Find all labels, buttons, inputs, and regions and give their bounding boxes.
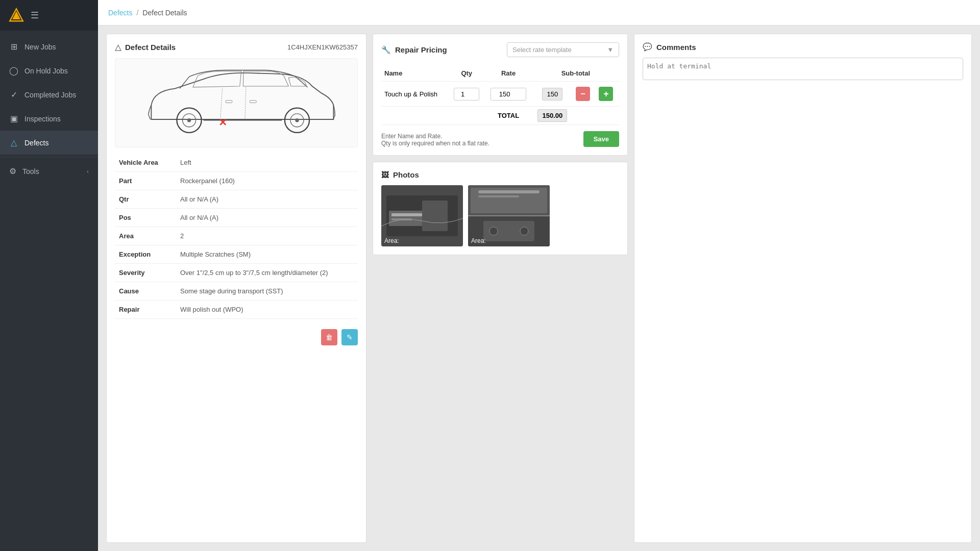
svg-rect-24 [478, 190, 540, 193]
table-row: Exception Multiple Scratches (SM) [115, 245, 358, 264]
breadcrumb-parent[interactable]: Defects [108, 9, 132, 17]
line-item-rate-cell [484, 82, 532, 107]
vehicle-id: 1C4HJXEN1KW625357 [287, 43, 358, 51]
table-row: Vehicle Area Left [115, 154, 358, 172]
panel-header: △ Defect Details 1C4HJXEN1KW625357 [115, 42, 358, 52]
rate-template-dropdown[interactable]: Select rate template ▼ [507, 42, 619, 57]
sidebar-tools-label: Tools [22, 167, 39, 176]
delete-button[interactable]: 🗑 [321, 329, 337, 345]
hamburger-icon[interactable]: ☰ [31, 10, 39, 21]
defect-details-panel: △ Defect Details 1C4HJXEN1KW625357 [106, 34, 366, 543]
sidebar-item-label: On Hold Jobs [24, 67, 68, 75]
sidebar-divider [0, 157, 98, 157]
field-label: Pos [115, 209, 176, 227]
total-value-cell: 150.00 [532, 107, 573, 125]
photos-title: 🖼 Photos [381, 170, 619, 179]
action-buttons: 🗑 ✎ [115, 325, 358, 345]
rate-input[interactable] [491, 88, 526, 101]
panel-title: △ Defect Details [115, 42, 176, 52]
chevron-left-icon: ‹ [87, 168, 89, 175]
content-area: △ Defect Details 1C4HJXEN1KW625357 [98, 26, 980, 551]
logo-icon [8, 7, 24, 23]
svg-rect-14 [391, 213, 422, 216]
trash-icon: 🗑 [326, 333, 333, 341]
hint-line-1: Enter Name and Rate. [381, 133, 489, 140]
photo-icon: 🖼 [381, 170, 389, 179]
table-row: Cause Some stage during transport (SST) [115, 282, 358, 300]
table-row: Part Rockerpanel (160) [115, 172, 358, 190]
field-label: Exception [115, 245, 176, 264]
qty-input[interactable] [454, 88, 479, 101]
sidebar-header: ☰ [0, 0, 98, 31]
details-table: Vehicle Area Left Part Rockerpanel (160)… [115, 154, 358, 319]
total-value: 150.00 [537, 109, 567, 122]
remove-line-button[interactable]: − [576, 87, 590, 101]
breadcrumb-current: Defect Details [142, 9, 187, 17]
comment-input[interactable] [643, 58, 963, 80]
photo-thumb-2[interactable]: Area: [468, 185, 550, 246]
pause-icon: ◯ [9, 66, 18, 76]
comment-bubble-icon: 💬 [643, 42, 652, 52]
repair-title: 🔧 Repair Pricing [381, 45, 447, 55]
repair-pricing-panel: 🔧 Repair Pricing Select rate template ▼ … [373, 34, 628, 156]
total-label: TOTAL [484, 107, 532, 125]
field-value: 2 [176, 227, 358, 245]
field-value: Over 1"/2,5 cm up to 3"/7,5 cm length/di… [176, 264, 358, 282]
rate-template-placeholder: Select rate template [512, 46, 572, 54]
field-label: Cause [115, 282, 176, 300]
field-value: All or N/A (A) [176, 190, 358, 209]
svg-rect-16 [422, 201, 448, 231]
svg-point-22 [489, 227, 498, 235]
photo-2-label: Area: [471, 237, 486, 244]
car-diagram: ✕ [115, 58, 358, 147]
photo-thumb-1[interactable]: Area: [381, 185, 463, 246]
field-value: Multiple Scratches (SM) [176, 245, 358, 264]
edit-button[interactable]: ✎ [341, 329, 358, 345]
hint-line-2: Qty is only required when not a flat rat… [381, 140, 489, 147]
line-item-actions: − [573, 82, 596, 107]
field-label: Repair [115, 300, 176, 319]
field-label: Severity [115, 264, 176, 282]
repair-icon: 🔧 [381, 45, 391, 55]
col-name: Name [381, 65, 449, 82]
svg-point-7 [295, 118, 299, 122]
sidebar-item-defects[interactable]: △ Defects [0, 131, 98, 155]
grid-icon: ⊞ [9, 42, 18, 52]
sidebar-item-completed-jobs[interactable]: ✓ Completed Jobs [0, 83, 98, 107]
line-item-qty-cell [449, 82, 484, 107]
sidebar-item-on-hold-jobs[interactable]: ◯ On Hold Jobs [0, 59, 98, 83]
sidebar-item-label: Completed Jobs [24, 91, 76, 99]
add-line-button[interactable]: + [599, 87, 613, 101]
col-rate: Rate [484, 65, 532, 82]
col-qty: Qty [449, 65, 484, 82]
repair-header: 🔧 Repair Pricing Select rate template ▼ [381, 42, 619, 57]
top-bar: Defects / Defect Details [98, 0, 980, 26]
field-label: Qtr [115, 190, 176, 209]
sidebar-item-label: Inspections [24, 115, 61, 123]
field-label: Part [115, 172, 176, 190]
photo-item-2: Area: [468, 185, 550, 246]
panel-title-text: Defect Details [125, 43, 176, 52]
field-value: Will polish out (WPO) [176, 300, 358, 319]
field-value: Some stage during transport (SST) [176, 282, 358, 300]
line-item-subtotal-cell: 150 [532, 82, 573, 107]
table-row: Severity Over 1"/2,5 cm up to 3"/7,5 cm … [115, 264, 358, 282]
field-value: Left [176, 154, 358, 172]
comments-title-text: Comments [656, 43, 696, 52]
pricing-table: Name Qty Rate Sub-total Touch up & Polis… [381, 65, 619, 125]
photos-panel: 🖼 Photos [373, 162, 628, 255]
svg-rect-8 [226, 101, 232, 103]
pencil-icon: ✎ [347, 333, 353, 341]
breadcrumb-separator: / [136, 9, 138, 17]
comments-panel: 💬 Comments [634, 34, 972, 543]
save-button[interactable]: Save [583, 131, 619, 147]
table-row: Qtr All or N/A (A) [115, 190, 358, 209]
pricing-hint: Enter Name and Rate. Qty is only require… [381, 133, 489, 147]
comments-title: 💬 Comments [643, 42, 963, 52]
warning-triangle-icon: △ [115, 42, 121, 52]
field-label: Vehicle Area [115, 154, 176, 172]
sidebar-item-inspections[interactable]: ▣ Inspections [0, 107, 98, 131]
sidebar-item-new-jobs[interactable]: ⊞ New Jobs [0, 35, 98, 59]
sidebar-item-tools[interactable]: ⚙ Tools ‹ [0, 159, 98, 183]
svg-point-23 [520, 227, 528, 235]
